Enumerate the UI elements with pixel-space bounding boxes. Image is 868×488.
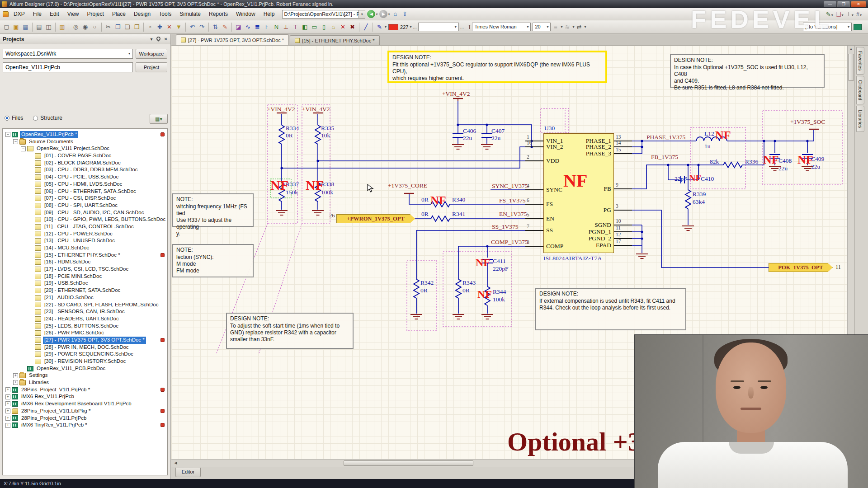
place-bus-icon[interactable]: ≣ [253, 22, 262, 32]
paste-icon[interactable]: ❑ [123, 22, 132, 32]
scroll-left-icon[interactable]: ◀ [172, 460, 179, 466]
panel-dropdown-icon[interactable]: ▾ [151, 37, 153, 42]
place-part-icon[interactable]: ◧ [300, 22, 310, 32]
menu-tools[interactable]: Tools [155, 8, 175, 20]
tree-item[interactable]: [25] - LEDS, BUTTONS.SchDoc [3, 323, 167, 330]
tree-item[interactable]: [26] - PWR PMIC.SchDoc [3, 329, 167, 337]
tree-item[interactable]: [19] - USB.SchDoc [3, 280, 167, 287]
tree-item[interactable]: [11] - CPU - JTAG, CONTROL.SchDoc [3, 223, 167, 230]
menu-dxp[interactable]: DXP [9, 8, 29, 20]
tree-expander-icon[interactable]: + [5, 387, 10, 392]
grid-settings-icon[interactable]: #▾ [856, 11, 862, 18]
workspace-button[interactable]: Workspace [136, 49, 167, 59]
tree-item[interactable]: [17] - LVDS, CSI, LCD, TSC.SchDoc [3, 266, 167, 273]
place-no-erc-icon[interactable]: ✕ [338, 22, 348, 32]
print-icon[interactable]: ▤ [34, 22, 44, 32]
tree-item[interactable]: [16] - HDMI.SchDoc [3, 258, 167, 266]
tree-item[interactable]: −OpenRex_V1I1 Project.SchDoc [3, 145, 167, 152]
tree-item[interactable]: −OpenRex_V1I1.PrjPcb * [3, 131, 167, 138]
menu-window[interactable]: Window [232, 8, 259, 20]
address-dropdown[interactable]: ▾ [359, 10, 365, 19]
deselect-icon[interactable]: ✕ [165, 22, 174, 32]
align-icon[interactable]: ≡ [551, 22, 560, 32]
tree-expander-icon[interactable]: − [5, 132, 10, 137]
tree-item[interactable]: +iMX6 Rex_V1I1.PrjPcb [3, 393, 167, 400]
tree-item[interactable]: OpenRex_V1I1_PCB.PcbDoc [3, 365, 167, 372]
new-document-icon[interactable]: ▢ [2, 22, 11, 32]
font-size-combo[interactable]: 20▾ [533, 23, 551, 31]
tree-item[interactable]: +Libraries [3, 379, 167, 386]
variations-combo[interactable]: [No Variations]▾ [803, 23, 852, 31]
cross-probe-icon[interactable]: ◪ [234, 22, 243, 32]
tree-item[interactable]: −Source Documents [3, 138, 167, 145]
tree-item[interactable]: +iMX6 TinyRex_V1I1.PrjPcb * [3, 422, 167, 429]
document-tab[interactable]: [15] - ETHERNET PHY.SchDoc * [290, 35, 379, 45]
place-net-label-icon[interactable]: N [272, 22, 281, 32]
pin-icon[interactable] [156, 36, 161, 42]
back-button[interactable]: ◀ [367, 10, 375, 18]
probe-icon[interactable]: ⊥▾ [846, 11, 853, 18]
workspace-combo[interactable]: Workspace1.DsnWrk▾ [3, 49, 133, 59]
tree-item[interactable]: [06] - CPU - ETHERNET, SATA.SchDoc [3, 188, 167, 195]
tree-expander-icon[interactable]: − [21, 146, 26, 151]
distribute-icon[interactable]: ≋ [562, 22, 572, 32]
tree-item[interactable]: [12] - CPU - POWER.SchDoc [3, 230, 167, 238]
menu-reports[interactable]: Reports [205, 8, 232, 20]
place-directive-icon[interactable]: ✖ [348, 22, 357, 32]
zoom-selection-icon[interactable]: ○ [90, 22, 99, 32]
panel-sort-button[interactable]: ▦▾ [150, 114, 168, 124]
panel-tab-clipboard[interactable]: Clipboard [856, 76, 864, 104]
tree-item[interactable]: [03] - CPU - DDR3, DDR3 MEM.SchDoc [3, 166, 167, 174]
panel-tab-libraries[interactable]: Libraries [856, 106, 864, 132]
menu-view[interactable]: View [63, 8, 83, 20]
tree-item[interactable]: [18] - PCIE MINI.SchDoc [3, 273, 167, 280]
tree-item[interactable]: [10] - CPU - GPIO, PWM, LEDS, BUTTONS.Sc… [3, 216, 167, 223]
tree-item[interactable]: [04] - CPU - PCIE, USB.SchDoc [3, 174, 167, 181]
tree-item[interactable]: [13] - CPU - UNUSED.SchDoc [3, 237, 167, 244]
swap-icon[interactable]: ⇄ [574, 22, 584, 32]
forward-button[interactable]: ▶ [379, 10, 387, 18]
variant-board-icon[interactable] [854, 24, 862, 30]
place-wire-icon[interactable]: ∿ [243, 22, 253, 32]
print-preview-icon[interactable]: ◫ [44, 22, 53, 32]
project-button[interactable]: Project [136, 62, 167, 72]
tree-item[interactable]: [29] - POWER SEQUENCING.SchDoc [3, 351, 167, 358]
minimize-button[interactable]: — [824, 1, 836, 7]
tree-expander-icon[interactable]: + [5, 416, 10, 421]
menu-project[interactable]: Project [83, 8, 108, 20]
tree-item[interactable]: [02] - BLOCK DIAGRAM.SchDoc [3, 160, 167, 167]
save-document-icon[interactable]: ▦ [21, 22, 30, 32]
undo-icon[interactable]: ↶ [188, 22, 197, 32]
move-selection-icon[interactable]: ✚ [155, 22, 165, 32]
place-vcc-port-icon[interactable]: ⊤ [291, 22, 300, 32]
menu-place[interactable]: Place [108, 8, 130, 20]
tree-item[interactable]: [15] - ETHERNET PHY.SchDoc * [3, 252, 167, 259]
tree-item[interactable]: [01] - COVER PAGE.SchDoc [3, 152, 167, 160]
tree-item[interactable]: [05] - CPU - HDMI, LVDS.SchDoc [3, 181, 167, 188]
panel-close-icon[interactable]: ✕ [164, 37, 168, 42]
back-dropdown[interactable]: ▾ [376, 12, 377, 16]
font-name-combo[interactable]: Times New Roman▾ [472, 23, 531, 31]
radio-structure[interactable]: Structure [33, 115, 62, 121]
annotate-icon[interactable]: ✎ [220, 22, 230, 32]
place-signal-harness-icon[interactable]: ⊦ [262, 22, 272, 32]
clear-filter-icon[interactable]: ▼ [174, 22, 184, 32]
cut-icon[interactable]: ✂ [104, 22, 113, 32]
forward-dropdown[interactable]: ▾ [388, 12, 390, 16]
tree-item[interactable]: [21] - AUDIO.SchDoc [3, 294, 167, 301]
paste-array-icon[interactable]: ❒ [132, 22, 142, 32]
open-from-vault-icon[interactable]: ▥ [57, 22, 67, 32]
tree-expander-icon[interactable]: − [13, 139, 18, 144]
tree-expander-icon[interactable]: + [5, 401, 10, 406]
menu-help[interactable]: Help [259, 8, 279, 20]
tree-item[interactable]: [09] - CPU - SD, AUDIO, I2C, CAN.SchDoc [3, 209, 167, 216]
tree-item[interactable]: [08] - CPU - SPI, UART.SchDoc [3, 202, 167, 209]
menu-edit[interactable]: Edit [46, 8, 63, 20]
tree-item[interactable]: [22] - SD CARD, SPI, FLASH, EEPROM,.SchD… [3, 301, 167, 309]
tree-item[interactable]: +28Pins_Project_V1I1.PrjPcb [3, 415, 167, 422]
tree-item[interactable]: +28Pins_Project_V1I1.PrjPcb * [3, 386, 167, 394]
tree-expander-icon[interactable]: + [5, 394, 10, 399]
tree-item[interactable]: [20] - ETHERNET, SATA.SchDoc [3, 287, 167, 294]
layers-icon[interactable]: ❏▾ [836, 11, 844, 18]
close-button[interactable]: ✕ [851, 1, 866, 7]
